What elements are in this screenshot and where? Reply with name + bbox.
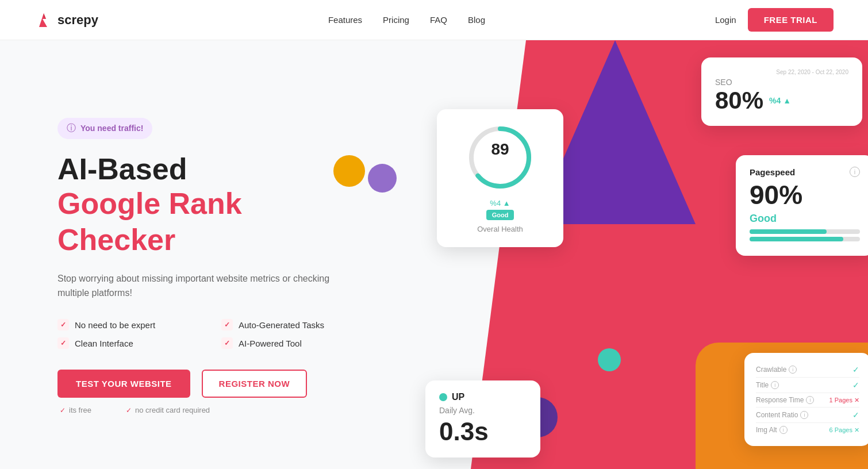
nav-pricing[interactable]: Pricing xyxy=(383,15,409,25)
crawl-status-4: ✓ xyxy=(852,410,859,420)
svg-marker-0 xyxy=(39,13,47,27)
pagespeed-info-icon: i xyxy=(850,167,860,177)
hero-right: 89 %4 ▲ Good Overal Health Sep 22, 2020 … xyxy=(402,40,868,469)
logo-icon xyxy=(34,11,53,29)
pagespeed-value: 90% xyxy=(750,179,860,210)
status-dot-up xyxy=(439,393,447,401)
card-crawl: Crawlable i ✓ Title i ✓ Response Time i xyxy=(744,353,868,446)
health-status: Good xyxy=(486,210,514,220)
label-no-card: ✓ no credit card required xyxy=(126,406,210,414)
free-trial-button[interactable]: FREE TRIAL xyxy=(748,8,834,32)
logo-text: screpy xyxy=(57,13,98,28)
progress-bar-2-bg xyxy=(750,237,860,241)
nav-blog[interactable]: Blog xyxy=(468,15,485,25)
hero-buttons: TEST YOUR WEBSITE REGISTER NOW xyxy=(57,370,368,398)
seo-label: SEO xyxy=(715,78,848,87)
badge-text: You need traffic! xyxy=(80,124,143,133)
feature-text-1: No need to be expert xyxy=(75,320,155,330)
crawl-row-5: Img Alt i 6 Pages ✕ xyxy=(756,423,859,437)
health-pct: %4 ▲ xyxy=(451,199,550,207)
hero-title-line1: AI-Based xyxy=(57,153,368,186)
daily-status-text: UP xyxy=(452,392,464,402)
check-icon-card: ✓ xyxy=(126,406,132,414)
feature-text-3: Clean Interface xyxy=(75,339,133,348)
crawl-row-3: Response Time i 1 Pages ✕ xyxy=(756,393,859,408)
circle-purple-small-decoration xyxy=(368,164,397,193)
seo-value: 80% %4 ▲ xyxy=(715,87,848,114)
crawl-row-2: Title i ✓ xyxy=(756,378,859,393)
crawl-info-icon-2: i xyxy=(771,381,779,389)
crawl-status-1: ✓ xyxy=(852,365,859,374)
progress-bar-1-fill xyxy=(750,229,827,234)
btn-labels: ✓ its free ✓ no credit card required xyxy=(57,406,368,414)
feature-item-4: ✓ AI-Powered Tool xyxy=(221,337,368,349)
check-icon-4: ✓ xyxy=(221,337,233,349)
nav-right: Login FREE TRIAL xyxy=(715,8,834,32)
crawl-info-icon-3: i xyxy=(806,396,814,404)
badge-icon: ⓘ xyxy=(67,122,76,134)
health-score-text: 89 xyxy=(491,140,509,158)
traffic-badge: ⓘ You need traffic! xyxy=(57,118,152,139)
circle-orange-decoration xyxy=(333,155,365,187)
pagespeed-header: Pagespeed i xyxy=(750,167,860,177)
daily-label: Daily Avg. xyxy=(439,406,527,415)
progress-bar-1-bg xyxy=(750,229,860,234)
check-icon-3: ✓ xyxy=(57,337,69,349)
check-icon-free: ✓ xyxy=(60,406,66,414)
check-icon-1: ✓ xyxy=(57,319,69,330)
crawl-row-4: Content Ratio i ✓ xyxy=(756,408,859,423)
nav-features[interactable]: Features xyxy=(328,15,362,25)
label-free: ✓ its free xyxy=(60,406,91,414)
health-label: Overal Health xyxy=(451,225,550,233)
register-now-button[interactable]: REGISTER NOW xyxy=(202,370,308,398)
card-health: 89 %4 ▲ Good Overal Health xyxy=(437,109,563,247)
features-list: ✓ No need to be expert ✓ Auto-Generated … xyxy=(57,319,368,349)
feature-text-4: AI-Powered Tool xyxy=(239,339,302,348)
crawl-pages-1: 1 Pages ✕ xyxy=(829,397,859,404)
hero-section: ⓘ You need traffic! AI-Based Google Rank… xyxy=(0,40,868,469)
nav-faq[interactable]: FAQ xyxy=(430,15,447,25)
login-link[interactable]: Login xyxy=(715,15,736,25)
check-icon-2: ✓ xyxy=(221,319,233,330)
hero-title-line2: Google Rank Checker xyxy=(57,186,368,257)
pagespeed-status: Good xyxy=(750,213,860,225)
crawl-info-icon-1: i xyxy=(789,366,797,374)
hero-left: ⓘ You need traffic! AI-Based Google Rank… xyxy=(0,40,402,469)
progress-bar-2-fill xyxy=(750,237,843,241)
feature-text-2: Auto-Generated Tasks xyxy=(239,320,324,330)
seo-pct: %4 ▲ xyxy=(769,96,791,105)
hero-subtitle: Stop worrying about missing important we… xyxy=(57,271,333,301)
daily-status-row: UP xyxy=(439,392,527,402)
card-pagespeed: Pagespeed i 90% Good xyxy=(736,155,868,256)
nav-links: Features Pricing FAQ Blog xyxy=(328,15,485,25)
pagespeed-label: Pagespeed xyxy=(750,167,795,177)
cards-container: 89 %4 ▲ Good Overal Health Sep 22, 2020 … xyxy=(402,40,868,469)
card-seo: Sep 22, 2020 - Oct 22, 2020 SEO 80% %4 ▲ xyxy=(701,57,862,126)
crawl-info-icon-5: i xyxy=(779,426,788,434)
feature-item-3: ✓ Clean Interface xyxy=(57,337,204,349)
daily-value: 0.3s xyxy=(439,417,527,446)
crawl-row-1: Crawlable i ✓ xyxy=(756,362,859,378)
logo[interactable]: screpy xyxy=(34,11,98,29)
health-ring-svg: 89 xyxy=(466,123,535,192)
feature-item-2: ✓ Auto-Generated Tasks xyxy=(221,319,368,330)
navbar: screpy Features Pricing FAQ Blog Login F… xyxy=(0,0,868,40)
crawl-info-icon-4: i xyxy=(800,411,808,419)
crawl-status-2: ✓ xyxy=(852,380,859,390)
health-circle: 89 xyxy=(466,123,535,192)
feature-item-1: ✓ No need to be expert xyxy=(57,319,204,330)
seo-date: Sep 22, 2020 - Oct 22, 2020 xyxy=(715,69,848,75)
card-daily: UP Daily Avg. 0.3s xyxy=(425,380,540,458)
crawl-pages-2: 6 Pages ✕ xyxy=(829,426,859,434)
test-website-button[interactable]: TEST YOUR WEBSITE xyxy=(57,370,190,398)
